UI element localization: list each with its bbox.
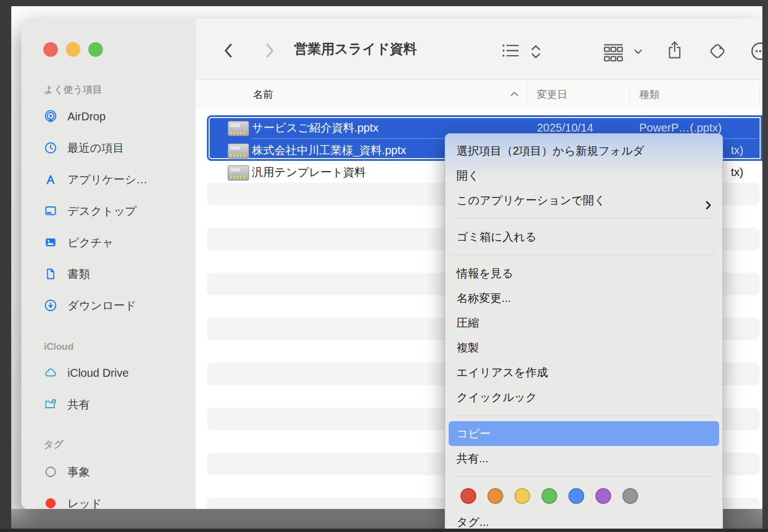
tag-color-green[interactable]: [541, 488, 557, 504]
column-divider[interactable]: [630, 83, 630, 106]
tag-color-yellow[interactable]: [514, 488, 530, 504]
tag-colors-row: [445, 483, 722, 510]
file-name: サービスご紹介資料.pptx: [252, 116, 378, 139]
back-button[interactable]: [219, 41, 238, 60]
pictures-icon: [44, 236, 57, 249]
group-by-chevron-icon[interactable]: [633, 48, 652, 67]
menu-separator: [453, 415, 715, 416]
zoom-window-button[interactable]: [88, 42, 103, 57]
sidebar: よく使う項目 AirDrop 最近の項目 アプリケー: [21, 19, 196, 509]
sidebar-item-label: ダウンロード: [67, 294, 136, 317]
menu-item-new-folder-from-selection[interactable]: 選択項目（2項目）から新規フォルダ: [445, 138, 722, 163]
menu-item-make-alias[interactable]: エイリアスを作成: [445, 360, 722, 385]
menu-item-share[interactable]: 共有...: [445, 446, 722, 471]
column-divider[interactable]: [527, 83, 527, 106]
frame-right: [762, 0, 768, 532]
sidebar-item-label: 最近の項目: [67, 137, 124, 159]
clock-icon: [44, 141, 57, 155]
sidebar-section-tags: タグ: [44, 436, 190, 453]
submenu-chevron-icon: [704, 195, 712, 219]
frame-top: [0, 0, 768, 6]
tag-color-purple[interactable]: [595, 488, 611, 504]
file-name: 汎用テンプレート資料: [252, 161, 365, 183]
column-header-name[interactable]: 名前: [253, 80, 273, 109]
pptx-file-icon: [228, 143, 249, 159]
sidebar-item-label: 事象: [67, 461, 90, 483]
sidebar-item-pictures[interactable]: ピクチャ: [21, 231, 196, 254]
column-header-row: 名前 変更日 種類: [196, 79, 762, 110]
tag-circle-red-icon: [44, 497, 57, 509]
menu-item-get-info[interactable]: 情報を見る: [445, 261, 722, 286]
menu-item-rename[interactable]: 名称変更...: [445, 286, 722, 310]
sidebar-item-tag-red[interactable]: レッド: [21, 492, 196, 509]
sidebar-item-label: 書類: [67, 263, 90, 285]
sidebar-section-icloud: iCloud: [44, 339, 190, 355]
menu-item-move-to-trash[interactable]: ゴミ箱に入れる: [445, 224, 722, 249]
sidebar-section-favorites: よく使う項目: [44, 82, 190, 98]
file-kind-fragment: tx): [731, 161, 743, 183]
menu-item-open[interactable]: 開く: [445, 163, 722, 188]
sort-ascending-icon: [509, 90, 519, 100]
sidebar-item-tag-jisho[interactable]: 事象: [21, 461, 196, 483]
menu-item-compress[interactable]: 圧縮: [445, 310, 722, 335]
sidebar-item-icloud-drive[interactable]: iCloud Drive: [21, 362, 196, 384]
sidebar-item-shared[interactable]: 共有: [21, 393, 196, 416]
column-header-modified[interactable]: 変更日: [537, 80, 567, 109]
tag-circle-outline-icon: [44, 465, 57, 479]
shared-folder-icon: [44, 398, 57, 411]
sidebar-item-desktop[interactable]: デスクトップ: [21, 200, 196, 222]
sidebar-item-label: デスクトップ: [67, 200, 137, 222]
context-menu: 選択項目（2項目）から新規フォルダ 開く このアプリケーションで開く ゴミ箱に入…: [445, 133, 723, 532]
menu-item-quick-look[interactable]: クイックルック: [445, 385, 722, 409]
minimize-window-button[interactable]: [66, 42, 80, 57]
menu-separator: [453, 218, 715, 219]
menu-item-copy[interactable]: コピー: [449, 421, 719, 446]
tag-color-blue[interactable]: [568, 488, 584, 504]
group-by-button[interactable]: [602, 42, 629, 61]
sidebar-item-label: アプリケーシ…: [67, 168, 147, 191]
menu-separator: [453, 255, 715, 255]
sidebar-item-label: レッド: [67, 492, 102, 509]
tag-color-gray[interactable]: [622, 488, 638, 504]
view-sort-chevrons-icon[interactable]: [529, 43, 548, 62]
file-kind-fragment: tx): [731, 139, 743, 161]
file-name: 株式会社中川工業様_資料.pptx: [252, 139, 406, 161]
menu-separator: [453, 476, 715, 477]
pptx-file-icon: [228, 165, 249, 181]
tag-color-red[interactable]: [460, 488, 476, 504]
sidebar-item-downloads[interactable]: ダウンロード: [21, 294, 196, 317]
sidebar-item-label: ピクチャ: [67, 231, 114, 254]
app-store-icon: [44, 173, 57, 186]
forward-button[interactable]: [260, 41, 279, 60]
desktop-icon: [44, 204, 57, 218]
close-window-button[interactable]: [43, 42, 58, 57]
window-title: 営業用スライド資料: [294, 40, 417, 58]
tag-button[interactable]: [706, 40, 731, 59]
sidebar-item-label: AirDrop: [67, 105, 106, 128]
toolbar: 営業用スライド資料: [196, 19, 762, 79]
tag-color-orange[interactable]: [487, 488, 503, 504]
column-header-kind[interactable]: 種類: [639, 80, 659, 109]
sidebar-item-recents[interactable]: 最近の項目: [21, 137, 196, 159]
sidebar-item-label: iCloud Drive: [67, 362, 129, 384]
share-button[interactable]: [666, 39, 685, 58]
menu-item-duplicate[interactable]: 複製: [445, 335, 722, 360]
cloud-icon: [44, 366, 57, 380]
sidebar-item-applications[interactable]: アプリケーシ…: [21, 168, 196, 191]
pptx-file-icon: [228, 121, 249, 136]
menu-item-label: このアプリケーションで開く: [457, 194, 606, 206]
column-divider[interactable]: [760, 83, 760, 106]
menu-item-open-with[interactable]: このアプリケーションで開く: [445, 188, 722, 213]
frame-left: [0, 0, 11, 532]
download-icon: [44, 299, 57, 312]
list-view-button[interactable]: [501, 42, 520, 61]
frame-bottom: [0, 529, 768, 532]
sidebar-item-airdrop[interactable]: AirDrop: [21, 105, 196, 128]
sidebar-item-label: 共有: [67, 393, 90, 416]
airdrop-icon: [44, 110, 57, 123]
document-icon: [44, 267, 57, 281]
more-options-button[interactable]: [749, 40, 762, 59]
sidebar-item-documents[interactable]: 書類: [21, 263, 196, 285]
